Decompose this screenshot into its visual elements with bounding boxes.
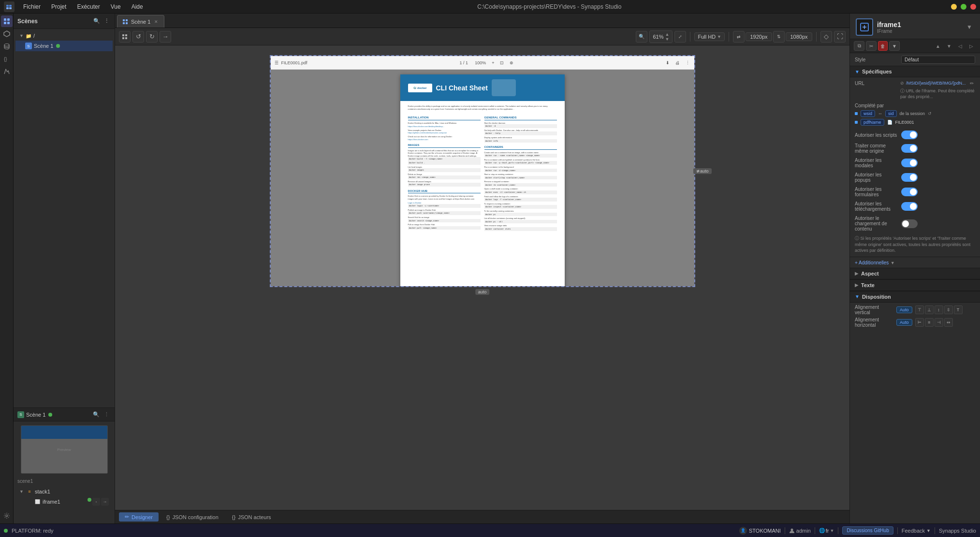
menu-executer[interactable]: Exécuter [72,2,104,12]
left-icon-styles[interactable] [1,66,13,77]
align-h-right[interactable]: ⊣ [935,318,943,327]
align-h-mid[interactable]: ≡ [925,318,934,327]
panel-collapse-btn[interactable]: ▼ [965,22,974,32]
modales-toggle[interactable] [901,159,918,167]
toolbar-grid-btn[interactable] [119,31,131,43]
align-v-mid[interactable]: ⊥ [925,305,934,314]
texte-section[interactable]: ▶ Texte [850,279,980,291]
rp-cut-btn[interactable]: ✂ [866,41,877,51]
tab-json-config[interactable]: {} JSON configuration [161,513,224,522]
scene-thumb-name: Scène 1 [26,412,45,418]
stack-item-stack1[interactable]: ▼ ≡ stack1 [17,487,111,496]
feedback-btn[interactable]: Feedback ▼ [902,528,931,534]
align-h-stretch[interactable]: ⇔ [944,318,953,327]
scene-thumb-search[interactable]: 🔍 [92,410,101,419]
zoom-display[interactable]: 61% ▲▼ [649,30,673,43]
rp-next-btn[interactable]: ▷ [966,41,976,51]
rp-copy-btn[interactable]: ⧉ [854,41,864,51]
toolbar-forward-btn[interactable]: → [160,31,171,43]
align-v-text[interactable]: T [954,305,963,314]
texte-title: Texte [861,282,975,288]
arrow1: ↔ [878,111,882,116]
width-input[interactable]: 1920px [746,32,772,41]
menu-vue[interactable]: Vue [106,2,126,12]
canvas-frame[interactable]: ☰ FILE0001.pdf 1 / 1 100% + ⊡ ⊕ ⬇ 🖨 ⋮ 🐳 … [270,55,695,287]
rp-down-btn[interactable]: ▼ [944,41,954,51]
align-v-top[interactable]: ⊤ [915,305,924,314]
toolbar-swap-btn[interactable]: ⇄ [733,31,745,43]
svg-rect-7 [7,22,10,24]
align-v-stretch[interactable]: ⇳ [944,305,953,314]
scene-thumb-more[interactable]: ⋮ [102,410,111,419]
docker-logo: 🐳 docker [408,84,432,92]
popups-toggle[interactable] [901,173,918,182]
toolbar-link-btn[interactable]: ⇅ [773,31,785,43]
chargement-toggle[interactable] [901,219,918,228]
toolbar-palette-btn[interactable]: ◇ [820,31,832,43]
maximize-btn[interactable] [961,4,966,10]
iframe-badge-btn1[interactable]: - [92,498,100,506]
component-type: IFrame [877,29,901,34]
complete-par-label: Complété par [855,103,975,108]
stack-item-iframe1[interactable]: ⬜ iframe1 - → [17,496,111,507]
canvas-area[interactable]: ☰ FILE0001.pdf 1 / 1 100% + ⊡ ⊕ ⬇ 🖨 ⋮ 🐳 … [115,45,849,523]
style-selector[interactable]: Défaut [901,56,975,64]
close-btn[interactable] [970,4,976,10]
iframe-label: iframe1 [43,499,60,505]
left-icon-scenes[interactable] [1,15,13,27]
menu-fichier[interactable]: Fichier [18,2,45,12]
rp-up-btn[interactable]: ▲ [933,41,943,51]
scenes-more-btn[interactable]: ⋮ [102,17,111,26]
toolbar-undo-btn[interactable]: ↺ [132,31,144,43]
minimize-btn[interactable] [951,4,957,10]
origine-toggle[interactable] [901,144,918,153]
rp-delete-btn[interactable]: 🗑 [878,41,888,51]
url-hint: ⓘ URL de l'iframe. Peut être complété pa… [855,88,975,99]
refresh-btn[interactable]: ↺ [928,111,932,116]
additionnelles-btn[interactable]: + Additionnelles [855,260,889,265]
resolution-selector[interactable]: Full HD ▼ [694,32,725,41]
svg-rect-6 [4,22,6,24]
height-input[interactable]: 1080px [786,32,812,41]
align-v-bot[interactable]: ↕ [935,305,943,314]
aspect-section[interactable]: ▶ Aspect [850,268,980,279]
status-lang: 🌐 fr ▼ [819,528,834,534]
menu-projet[interactable]: Projet [46,2,71,12]
specifiques-section[interactable]: ▼ Spécifiques [850,66,980,77]
modales-row: Autoriser les modales [850,156,980,170]
tab-json-actors[interactable]: {} JSON acteurs [226,513,277,522]
left-icon-data[interactable] [1,41,13,52]
scene-tab[interactable]: Scène 1 ✕ [117,15,164,28]
scene-folder-root[interactable]: ▼ 📁 / [15,31,113,41]
tab-designer[interactable]: ✏ Designer [119,512,159,522]
toolbar-zoom-out[interactable]: 🔍 [636,31,647,43]
align-vertical-row: Alignement vertical Auto ⊤ ⊥ ↕ ⇳ T [855,305,975,315]
formulaires-toggle[interactable] [901,188,918,196]
tab-close-btn[interactable]: ✕ [153,19,159,25]
rp-color-btn[interactable]: ▼ [889,41,900,51]
url-edit-btn[interactable]: ✏ [968,79,976,87]
disposition-section[interactable]: ▼ Disposition [850,291,980,303]
discussions-btn[interactable]: Discussions GitHub [842,526,893,535]
left-icon-components[interactable] [1,28,13,40]
rp-prev-btn[interactable]: ◁ [955,41,965,51]
toolbar-fit-btn[interactable]: ⤢ [674,31,686,43]
left-icon-vars[interactable]: {} [1,53,13,65]
svg-rect-2 [6,7,9,9]
pdf-containers-title: CONTAINERS [484,145,557,149]
toolbar-redo-btn[interactable]: ↻ [146,31,158,43]
scripts-toggle[interactable] [901,131,918,139]
menu-aide[interactable]: Aide [127,2,148,12]
scene-thumb-icon: S [17,411,24,418]
scene-thumb-header: S Scène 1 🔍 ⋮ [14,408,115,421]
toolbar-fullscreen-btn[interactable]: ⛶ [834,31,846,43]
scenes-search-btn[interactable]: 🔍 [92,17,101,26]
url-value: /MSID/{wsid}/WEB/IMG/{pdN... [906,81,966,86]
scene-item-scene1[interactable]: S Scène 1 [15,41,113,51]
align-h-left[interactable]: ⊢ [915,318,924,327]
iframe-badge-btn2[interactable]: → [101,498,109,506]
status-bar: PLATFORM: redy 👤 STOKOMANI admin 🌐 fr ▼ … [0,523,980,537]
telechargements-toggle[interactable] [901,202,918,211]
component-header: iframe1 IFrame ▼ [850,14,980,39]
left-icon-settings[interactable] [1,510,13,522]
